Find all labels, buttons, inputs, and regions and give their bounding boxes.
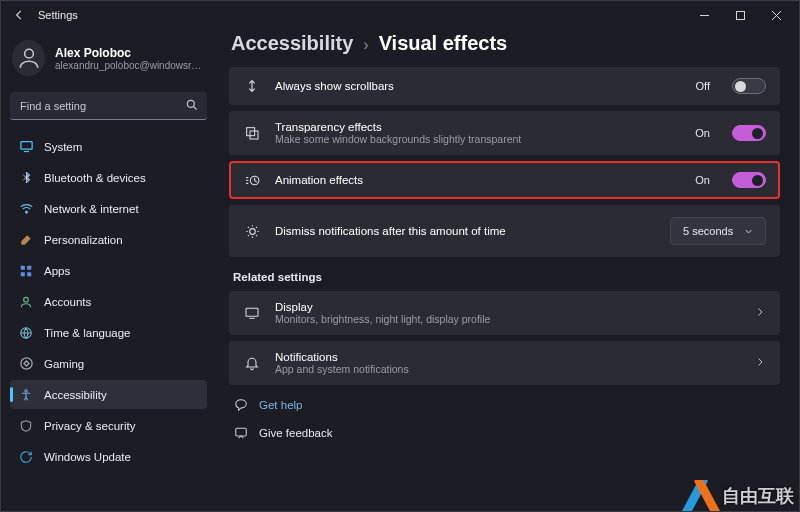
globe-icon	[18, 325, 34, 341]
gaming-icon	[18, 356, 34, 372]
titlebar: Settings	[0, 0, 800, 30]
sidebar-item-gaming[interactable]: Gaming	[10, 349, 207, 378]
sidebar-item-apps[interactable]: Apps	[10, 256, 207, 285]
dropdown-value: 5 seconds	[683, 225, 733, 237]
help-icon	[233, 397, 249, 413]
row-sublabel: Monitors, brightness, night light, displ…	[275, 313, 490, 325]
svg-point-17	[25, 389, 27, 391]
related-title: Related settings	[233, 271, 780, 283]
sidebar-item-update[interactable]: Windows Update	[10, 442, 207, 471]
chevron-down-icon	[743, 226, 754, 237]
system-icon	[18, 139, 34, 155]
row-sublabel: App and system notifications	[275, 363, 409, 375]
breadcrumb: Accessibility › Visual effects	[231, 32, 780, 55]
close-button[interactable]	[758, 1, 794, 29]
row-label: Dismiss notifications after this amount …	[275, 225, 506, 237]
scrollbars-icon	[243, 77, 261, 95]
row-label: Animation effects	[275, 174, 363, 186]
sidebar-item-label: Accessibility	[44, 389, 107, 401]
row-label: Notifications	[275, 351, 409, 363]
row-animation: Animation effects On	[229, 161, 780, 199]
dismiss-dropdown[interactable]: 5 seconds	[670, 217, 766, 245]
breadcrumb-parent[interactable]: Accessibility	[231, 32, 353, 55]
sidebar-item-label: Network & internet	[44, 203, 139, 215]
svg-point-16	[20, 358, 31, 369]
sidebar-item-label: Time & language	[44, 327, 131, 339]
transparency-toggle[interactable]	[732, 125, 766, 141]
nav: System Bluetooth & devices Network & int…	[10, 132, 207, 471]
row-notifications[interactable]: Notifications App and system notificatio…	[229, 341, 780, 385]
row-transparency: Transparency effects Make some window ba…	[229, 111, 780, 155]
sidebar-item-time[interactable]: Time & language	[10, 318, 207, 347]
update-icon	[18, 449, 34, 465]
paint-icon	[18, 232, 34, 248]
row-sublabel: Make some window backgrounds slightly tr…	[275, 133, 521, 145]
row-label: Always show scrollbars	[275, 80, 394, 92]
scrollbars-toggle[interactable]	[732, 78, 766, 94]
breadcrumb-current: Visual effects	[379, 32, 508, 55]
row-label: Display	[275, 301, 490, 313]
maximize-button[interactable]	[722, 1, 758, 29]
minimize-button[interactable]	[686, 1, 722, 29]
svg-rect-22	[246, 308, 258, 316]
window-title: Settings	[38, 9, 78, 21]
back-button[interactable]	[10, 6, 28, 24]
user-block[interactable]: Alex Poloboc alexandru_poloboc@windowsre…	[10, 36, 207, 86]
sidebar-item-personalization[interactable]: Personalization	[10, 225, 207, 254]
bell-icon	[243, 354, 261, 372]
svg-rect-12	[21, 272, 25, 276]
sidebar-item-label: Apps	[44, 265, 70, 277]
feedback-icon	[233, 425, 249, 441]
svg-rect-11	[27, 265, 31, 269]
sidebar-item-label: Windows Update	[44, 451, 131, 463]
svg-rect-24	[236, 428, 247, 436]
svg-point-21	[249, 228, 255, 234]
svg-rect-19	[250, 131, 258, 139]
sidebar-item-privacy[interactable]: Privacy & security	[10, 411, 207, 440]
sidebar-item-label: Bluetooth & devices	[44, 172, 146, 184]
svg-rect-13	[27, 272, 31, 276]
chevron-right-icon	[754, 356, 766, 370]
search-icon	[185, 98, 199, 114]
svg-point-14	[24, 297, 29, 302]
apps-icon	[18, 263, 34, 279]
row-scrollbars: Always show scrollbars Off	[229, 67, 780, 105]
feedback-label: Give feedback	[259, 427, 333, 439]
help-label: Get help	[259, 399, 302, 411]
bluetooth-icon	[18, 170, 34, 186]
user-name: Alex Poloboc	[55, 46, 205, 60]
sidebar-item-accessibility[interactable]: Accessibility	[10, 380, 207, 409]
sidebar-item-accounts[interactable]: Accounts	[10, 287, 207, 316]
avatar	[12, 40, 45, 76]
row-state: Off	[696, 80, 710, 92]
svg-line-6	[194, 107, 197, 110]
accessibility-icon	[18, 387, 34, 403]
svg-rect-10	[21, 265, 25, 269]
row-label: Transparency effects	[275, 121, 521, 133]
sidebar-item-label: Privacy & security	[44, 420, 135, 432]
svg-rect-1	[736, 11, 744, 19]
svg-rect-7	[20, 142, 31, 150]
row-state: On	[695, 127, 710, 139]
wifi-icon	[18, 201, 34, 217]
display-icon	[243, 304, 261, 322]
search-input[interactable]	[10, 92, 207, 120]
give-feedback-link[interactable]: Give feedback	[229, 419, 780, 447]
sidebar-item-label: Accounts	[44, 296, 91, 308]
accounts-icon	[18, 294, 34, 310]
sidebar-item-network[interactable]: Network & internet	[10, 194, 207, 223]
row-display[interactable]: Display Monitors, brightness, night ligh…	[229, 291, 780, 335]
shield-icon	[18, 418, 34, 434]
dismiss-icon	[243, 222, 261, 240]
svg-point-5	[187, 100, 194, 107]
row-dismiss: Dismiss notifications after this amount …	[229, 205, 780, 257]
svg-point-9	[25, 211, 27, 213]
sidebar-item-system[interactable]: System	[10, 132, 207, 161]
get-help-link[interactable]: Get help	[229, 391, 780, 419]
animation-toggle[interactable]	[732, 172, 766, 188]
user-email: alexandru_poloboc@windowsreport...	[55, 60, 205, 71]
sidebar-item-bluetooth[interactable]: Bluetooth & devices	[10, 163, 207, 192]
sidebar-item-label: Personalization	[44, 234, 123, 246]
row-state: On	[695, 174, 710, 186]
breadcrumb-sep: ›	[363, 36, 368, 54]
